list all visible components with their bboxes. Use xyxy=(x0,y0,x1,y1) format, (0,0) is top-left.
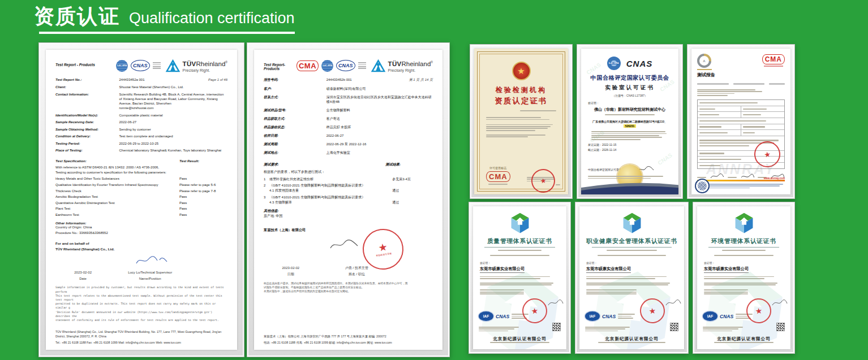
testing-mark-icon xyxy=(153,62,161,69)
behalf-block: For and on behalf of TÜV Rheinland (Shan… xyxy=(55,241,227,251)
test-result-row: 2 《GB/T 41010-2021 生物降解塑料与制品降解性能及标识要求》4.… xyxy=(264,183,433,193)
test-result-row: Heavy Metals and Other Toxic Substances … xyxy=(55,177,227,181)
qr-code-icon xyxy=(776,323,785,331)
result-header: Test Result: xyxy=(179,159,227,163)
cma-icon: CMA xyxy=(486,171,510,182)
sign-date-row: 2023-02-02日期 卢燕 / 技术主管姓名 / 职位 xyxy=(264,265,433,277)
cma-icon: CMA xyxy=(297,60,319,71)
cnas-icon: CNAS xyxy=(720,314,733,319)
tuv-tagline: Precisely Right. xyxy=(183,68,227,73)
cnas-icon: CNAS xyxy=(131,60,150,71)
other-info: Country of Origin: China Procedure No.: … xyxy=(55,225,227,236)
certificate-tuv-chinese-report[interactable]: Test Report- Products CMA ILAC-MRA CNAS xyxy=(247,42,450,357)
certificate-tuv-english-report[interactable]: Test Report - Products ILAC-MRA CNAS xyxy=(38,42,244,357)
other-info-header: 其他信息: xyxy=(264,209,433,214)
issuing-company: 莱茵技术（上海）有限公司 xyxy=(264,227,433,232)
report-fields: 报告号码: 244433452b 001第 1 页 共 14 页 客户: 硕泰新… xyxy=(264,77,433,159)
report-type-label: Test Report - Products xyxy=(55,63,95,67)
section-title-en: Qualification certification xyxy=(129,10,295,27)
report-meta-line xyxy=(697,82,785,86)
test-result-row: 3 《GB/T 41010-2021 生物降解塑料与制品降解性能及标识要求》4.… xyxy=(264,195,433,205)
signature-area: ★检验检测专用章 xyxy=(264,233,433,265)
cnas-logo: CNAS xyxy=(626,59,653,68)
tuv-rheinland-logo: TÜVRheinland® Precisely Right. xyxy=(165,58,227,73)
ilac-mra-globe-icon: ILAC-MRA xyxy=(607,57,621,70)
accreditation-org-title: 中国合格评定国家认可委员会 xyxy=(591,74,669,82)
report-field-row: Sample Receiving Date: 2022-06-27 xyxy=(55,120,227,124)
certifier-hexagon-logo-icon xyxy=(510,212,530,234)
disclaimer-text: 样品信息由客户提供。测试结果根据所做测试的种类和范围而得出。本测试报告仅对来样负… xyxy=(264,281,433,294)
test-results-list: Heavy Metals and Other Toxic Substances … xyxy=(55,175,227,217)
disclaimer-text: Sample information is provided by custom… xyxy=(55,285,227,322)
iso-certificate[interactable]: 质量管理体系认证证书 兹证明： 东莞市硕康实业有限公司 xyxy=(469,202,571,354)
certificate-annray-test-report[interactable]: A 测试报告 CMA xyxy=(687,44,795,199)
issue-dates: ★ xyxy=(527,176,556,185)
test-result-row: Plant Test Pass xyxy=(55,207,227,211)
test-result-row: Qualitative Identification by Fourier Tr… xyxy=(55,183,227,187)
report-field-row: 测试地点: 上海化学实验室 xyxy=(264,150,433,155)
issuer-name: 北京新纪源认证有限公司 xyxy=(697,336,790,342)
redacted-text-lines xyxy=(486,116,556,138)
accreditation-marks: IAF CNAS xyxy=(703,311,753,321)
signature-icon xyxy=(547,298,564,307)
report-field-row: 收样日期: 2022-06-27 xyxy=(264,133,433,138)
registration-number: （注册号：CNAS L17387） xyxy=(612,94,647,97)
annray-watermark: ANNRAY xyxy=(691,161,790,177)
report-title: 测试报告 xyxy=(697,72,715,78)
iso-certificate[interactable]: 职业健康安全管理体系认证证书 兹证明： 东莞市硕康实业有限公司 xyxy=(575,202,689,354)
certificate-cma-accreditation[interactable]: ★ 检验检测机构 资质认定证书 xyxy=(470,44,573,199)
certificate-cnas-laboratory[interactable]: CNAS CNAS CNAS CNAS ILAC-MRA CNAS 中国合格评定… xyxy=(577,44,683,199)
tuv-triangle-icon xyxy=(371,59,386,72)
certificate-title-line1: 检验检测机构 xyxy=(496,85,547,95)
testing-mark-icon xyxy=(358,62,366,69)
certificate-title: 实验室认可证书 xyxy=(605,84,655,92)
cma-icon: CMA xyxy=(762,54,785,64)
iaf-icon: IAF xyxy=(585,311,600,321)
report-field-row: Condition at Delivery: Test item complet… xyxy=(55,134,227,138)
test-result-row: 1 傅里叶变换红外光谱定性分析 参见第3-4页 xyxy=(264,177,433,182)
accreditation-logos: CMA ILAC-MRA CNAS xyxy=(297,60,366,72)
report-type-label: Test Report- Products xyxy=(264,63,297,71)
ilac-mra-icon: ILAC-MRA xyxy=(116,60,128,72)
test-result-row: Earthworm Test Pass xyxy=(55,213,227,217)
test-result-row: Quantitative Aerobic Disintegration Test… xyxy=(55,201,227,205)
section-title-zh: 资质认证 xyxy=(34,3,120,31)
result-header: 测试结果: xyxy=(385,162,433,167)
iso-certificate[interactable]: 环境管理体系认证证书 兹证明： 东莞市硕康实业有限公司 xyxy=(693,202,795,354)
issuer-name: 北京新纪源认证有限公司 xyxy=(473,336,566,342)
iaf-icon: IAF xyxy=(703,311,717,321)
report-field-row: Place of Testing: Chemical laboratory Sh… xyxy=(55,148,227,153)
company-address: 广东省佛山市南海区大沥镇虹岭二路狮岭西路52号A栋110、 xyxy=(592,120,667,123)
accredited-company: 佛山（华南）新材料研究院材料测试中心 xyxy=(594,107,665,112)
cnas-icon: CNAS xyxy=(336,60,355,71)
report-field-row: Client: Shuotai New Material (Shenzhen) … xyxy=(55,85,227,89)
section-header: 资质认证 Qualification certification xyxy=(34,3,295,31)
test-result-row: Thickness Check Please refer to page 7-8 xyxy=(55,189,227,193)
footer-swoosh xyxy=(581,180,678,194)
qr-code-icon xyxy=(552,323,561,331)
spec-intro: With reference to ASTM D6400-21 /EN 1343… xyxy=(55,165,227,175)
signature-icon xyxy=(665,298,682,307)
national-emblem-icon: ★ xyxy=(512,62,531,80)
certifier-hexagon-logo-icon xyxy=(622,212,642,234)
footer-text-lines xyxy=(697,183,785,189)
tuv-triangle-icon xyxy=(165,59,181,72)
report-field-row: 样品获取方式: 客户寄送 xyxy=(264,116,433,121)
report-field-row: Identification/Model No(s): Compostable … xyxy=(55,113,227,118)
accreditation-marks: IAF CNAS xyxy=(479,311,528,321)
report-field-row: 测试周期: 2022-06-29 至 2022-12-16 xyxy=(264,142,433,146)
sign-date-row: 2023-02-02Date Lucy Lu/Technical Supervi… xyxy=(55,270,227,282)
signature-icon xyxy=(771,298,788,307)
cma-mark: 许可使用标志 CMA xyxy=(486,166,510,185)
qualification-certification-section: 资质认证 Qualification certification Test Re… xyxy=(0,0,868,360)
cnas-icon: CNAS xyxy=(602,314,616,319)
report-footer: 莱茵技术（上海）有限公司 上海市静安区广中西路 777 弄 177 号上海莱茵大… xyxy=(264,334,433,345)
other-info: 原产地: 中国 xyxy=(264,214,433,219)
accreditation-logos: ILAC-MRA CNAS xyxy=(116,60,161,72)
signature-icon xyxy=(328,239,361,251)
test-results-list: 1 傅里叶变换红外光谱定性分析 参见第3-4页 2 《GB/T 41010-20… xyxy=(264,175,433,205)
spec-header: 测试要求: xyxy=(264,162,279,167)
postal-code-highlight: 526231 xyxy=(624,124,637,128)
spec-intro: 根据客户的要求，对以下参数进行测试： xyxy=(264,170,433,175)
qr-code-icon xyxy=(670,323,678,331)
